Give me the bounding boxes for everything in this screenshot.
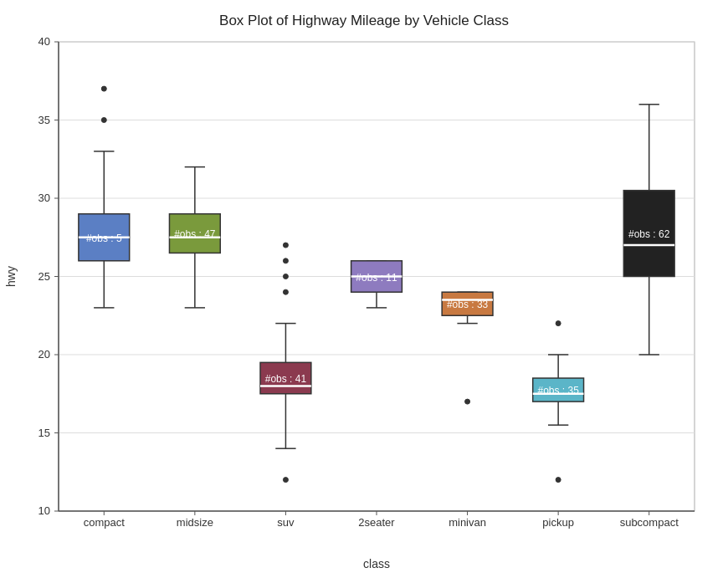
svg-point-49	[283, 274, 288, 279]
box-label-minivan: #obs : 33	[447, 299, 489, 310]
svg-text:20: 20	[38, 348, 50, 361]
x-tick-subcompact: subcompact	[620, 516, 679, 529]
x-tick-minivan: minivan	[449, 516, 486, 529]
svg-point-75	[556, 478, 561, 483]
svg-text:25: 25	[38, 270, 50, 283]
svg-text:30: 30	[38, 192, 50, 204]
svg-text:2seater: 2seater	[358, 516, 395, 529]
box-label-compact: #obs : 5	[86, 233, 122, 244]
chart-container: 10152025303540hwyclassBox Plot of Highwa…	[0, 0, 728, 578]
y-axis-label: hwy	[4, 266, 18, 287]
box-label-pickup: #obs : 35	[537, 385, 579, 396]
box-label-subcompact: #obs : 62	[628, 228, 670, 240]
box-label-2seater: #obs : 11	[356, 272, 397, 284]
x-tick-compact: compact	[84, 516, 126, 529]
svg-point-67	[465, 399, 470, 404]
svg-text:35: 35	[38, 114, 50, 126]
chart-title: Box Plot of Highway Mileage by Vehicle C…	[219, 13, 509, 28]
svg-point-47	[283, 478, 288, 483]
svg-point-51	[283, 243, 288, 248]
box-label-midsize: #obs : 47	[174, 228, 216, 240]
box-label-suv: #obs : 41	[265, 373, 307, 385]
x-tick-midsize: midsize	[177, 516, 213, 529]
box-plot-svg: 10152025303540hwyclassBox Plot of Highwa…	[0, 0, 728, 578]
svg-point-31	[101, 118, 106, 123]
svg-point-50	[283, 258, 288, 263]
svg-point-32	[101, 86, 106, 91]
x-tick-suv: suv	[277, 516, 295, 529]
svg-text:10: 10	[38, 504, 50, 517]
svg-text:15: 15	[38, 427, 50, 439]
x-tick-pickup: pickup	[542, 516, 574, 529]
x-axis-label: class	[363, 557, 390, 570]
svg-point-48	[283, 289, 288, 294]
svg-text:40: 40	[38, 35, 50, 48]
svg-point-76	[556, 321, 561, 326]
